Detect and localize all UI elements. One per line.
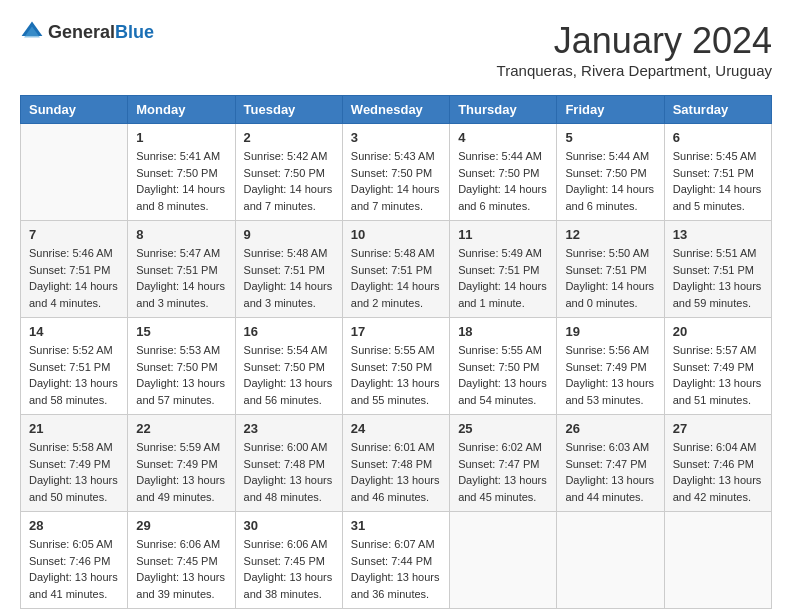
calendar-cell: 29Sunrise: 6:06 AMSunset: 7:45 PMDayligh… [128,512,235,609]
day-info: Sunrise: 6:00 AMSunset: 7:48 PMDaylight:… [244,439,334,505]
day-number: 11 [458,227,548,242]
calendar-cell: 31Sunrise: 6:07 AMSunset: 7:44 PMDayligh… [342,512,449,609]
header-day-friday: Friday [557,96,664,124]
day-number: 21 [29,421,119,436]
calendar-cell: 17Sunrise: 5:55 AMSunset: 7:50 PMDayligh… [342,318,449,415]
calendar-cell: 2Sunrise: 5:42 AMSunset: 7:50 PMDaylight… [235,124,342,221]
day-info: Sunrise: 5:54 AMSunset: 7:50 PMDaylight:… [244,342,334,408]
day-number: 12 [565,227,655,242]
header-day-sunday: Sunday [21,96,128,124]
logo-blue: Blue [115,22,154,42]
calendar-cell: 16Sunrise: 5:54 AMSunset: 7:50 PMDayligh… [235,318,342,415]
header-day-tuesday: Tuesday [235,96,342,124]
calendar-cell: 12Sunrise: 5:50 AMSunset: 7:51 PMDayligh… [557,221,664,318]
day-number: 5 [565,130,655,145]
day-info: Sunrise: 5:44 AMSunset: 7:50 PMDaylight:… [458,148,548,214]
day-info: Sunrise: 5:55 AMSunset: 7:50 PMDaylight:… [458,342,548,408]
day-number: 19 [565,324,655,339]
logo-general: General [48,22,115,42]
calendar-header: SundayMondayTuesdayWednesdayThursdayFrid… [21,96,772,124]
calendar-cell: 5Sunrise: 5:44 AMSunset: 7:50 PMDaylight… [557,124,664,221]
calendar-cell: 7Sunrise: 5:46 AMSunset: 7:51 PMDaylight… [21,221,128,318]
day-info: Sunrise: 6:03 AMSunset: 7:47 PMDaylight:… [565,439,655,505]
day-number: 7 [29,227,119,242]
calendar-cell: 9Sunrise: 5:48 AMSunset: 7:51 PMDaylight… [235,221,342,318]
day-number: 4 [458,130,548,145]
day-number: 30 [244,518,334,533]
day-number: 17 [351,324,441,339]
day-number: 22 [136,421,226,436]
day-number: 31 [351,518,441,533]
header-day-wednesday: Wednesday [342,96,449,124]
day-info: Sunrise: 5:48 AMSunset: 7:51 PMDaylight:… [244,245,334,311]
calendar-cell [557,512,664,609]
week-row-0: 1Sunrise: 5:41 AMSunset: 7:50 PMDaylight… [21,124,772,221]
day-info: Sunrise: 5:41 AMSunset: 7:50 PMDaylight:… [136,148,226,214]
calendar-cell: 20Sunrise: 5:57 AMSunset: 7:49 PMDayligh… [664,318,771,415]
day-number: 28 [29,518,119,533]
calendar-cell: 10Sunrise: 5:48 AMSunset: 7:51 PMDayligh… [342,221,449,318]
calendar-body: 1Sunrise: 5:41 AMSunset: 7:50 PMDaylight… [21,124,772,609]
day-info: Sunrise: 6:01 AMSunset: 7:48 PMDaylight:… [351,439,441,505]
calendar-cell: 18Sunrise: 5:55 AMSunset: 7:50 PMDayligh… [450,318,557,415]
header-row: SundayMondayTuesdayWednesdayThursdayFrid… [21,96,772,124]
day-info: Sunrise: 5:52 AMSunset: 7:51 PMDaylight:… [29,342,119,408]
day-info: Sunrise: 5:59 AMSunset: 7:49 PMDaylight:… [136,439,226,505]
day-info: Sunrise: 5:49 AMSunset: 7:51 PMDaylight:… [458,245,548,311]
month-title: January 2024 [497,20,772,62]
day-number: 20 [673,324,763,339]
day-info: Sunrise: 6:05 AMSunset: 7:46 PMDaylight:… [29,536,119,602]
calendar-cell: 8Sunrise: 5:47 AMSunset: 7:51 PMDaylight… [128,221,235,318]
day-number: 14 [29,324,119,339]
calendar-cell: 23Sunrise: 6:00 AMSunset: 7:48 PMDayligh… [235,415,342,512]
day-number: 29 [136,518,226,533]
calendar-cell: 3Sunrise: 5:43 AMSunset: 7:50 PMDaylight… [342,124,449,221]
day-info: Sunrise: 5:47 AMSunset: 7:51 PMDaylight:… [136,245,226,311]
week-row-3: 21Sunrise: 5:58 AMSunset: 7:49 PMDayligh… [21,415,772,512]
calendar-cell: 26Sunrise: 6:03 AMSunset: 7:47 PMDayligh… [557,415,664,512]
day-number: 18 [458,324,548,339]
day-number: 6 [673,130,763,145]
day-info: Sunrise: 6:06 AMSunset: 7:45 PMDaylight:… [136,536,226,602]
calendar-cell [21,124,128,221]
day-number: 9 [244,227,334,242]
day-number: 26 [565,421,655,436]
day-info: Sunrise: 5:55 AMSunset: 7:50 PMDaylight:… [351,342,441,408]
day-info: Sunrise: 5:45 AMSunset: 7:51 PMDaylight:… [673,148,763,214]
day-info: Sunrise: 5:53 AMSunset: 7:50 PMDaylight:… [136,342,226,408]
calendar-cell [664,512,771,609]
calendar-table: SundayMondayTuesdayWednesdayThursdayFrid… [20,95,772,609]
day-number: 23 [244,421,334,436]
day-number: 1 [136,130,226,145]
day-info: Sunrise: 5:58 AMSunset: 7:49 PMDaylight:… [29,439,119,505]
day-info: Sunrise: 6:04 AMSunset: 7:46 PMDaylight:… [673,439,763,505]
header-day-monday: Monday [128,96,235,124]
day-number: 27 [673,421,763,436]
logo-icon [20,20,44,44]
day-info: Sunrise: 5:48 AMSunset: 7:51 PMDaylight:… [351,245,441,311]
day-info: Sunrise: 5:50 AMSunset: 7:51 PMDaylight:… [565,245,655,311]
logo: GeneralBlue [20,20,154,44]
calendar-cell: 1Sunrise: 5:41 AMSunset: 7:50 PMDaylight… [128,124,235,221]
header-day-thursday: Thursday [450,96,557,124]
calendar-cell: 25Sunrise: 6:02 AMSunset: 7:47 PMDayligh… [450,415,557,512]
day-number: 16 [244,324,334,339]
calendar-cell: 14Sunrise: 5:52 AMSunset: 7:51 PMDayligh… [21,318,128,415]
day-number: 2 [244,130,334,145]
title-block: January 2024 Tranqueras, Rivera Departme… [497,20,772,79]
day-info: Sunrise: 5:42 AMSunset: 7:50 PMDaylight:… [244,148,334,214]
day-number: 24 [351,421,441,436]
calendar-cell: 6Sunrise: 5:45 AMSunset: 7:51 PMDaylight… [664,124,771,221]
calendar-cell: 22Sunrise: 5:59 AMSunset: 7:49 PMDayligh… [128,415,235,512]
day-info: Sunrise: 6:02 AMSunset: 7:47 PMDaylight:… [458,439,548,505]
day-number: 25 [458,421,548,436]
day-info: Sunrise: 5:57 AMSunset: 7:49 PMDaylight:… [673,342,763,408]
calendar-cell: 27Sunrise: 6:04 AMSunset: 7:46 PMDayligh… [664,415,771,512]
day-info: Sunrise: 5:46 AMSunset: 7:51 PMDaylight:… [29,245,119,311]
calendar-cell: 19Sunrise: 5:56 AMSunset: 7:49 PMDayligh… [557,318,664,415]
week-row-2: 14Sunrise: 5:52 AMSunset: 7:51 PMDayligh… [21,318,772,415]
calendar-cell: 21Sunrise: 5:58 AMSunset: 7:49 PMDayligh… [21,415,128,512]
calendar-cell: 11Sunrise: 5:49 AMSunset: 7:51 PMDayligh… [450,221,557,318]
day-info: Sunrise: 5:43 AMSunset: 7:50 PMDaylight:… [351,148,441,214]
calendar-cell: 4Sunrise: 5:44 AMSunset: 7:50 PMDaylight… [450,124,557,221]
